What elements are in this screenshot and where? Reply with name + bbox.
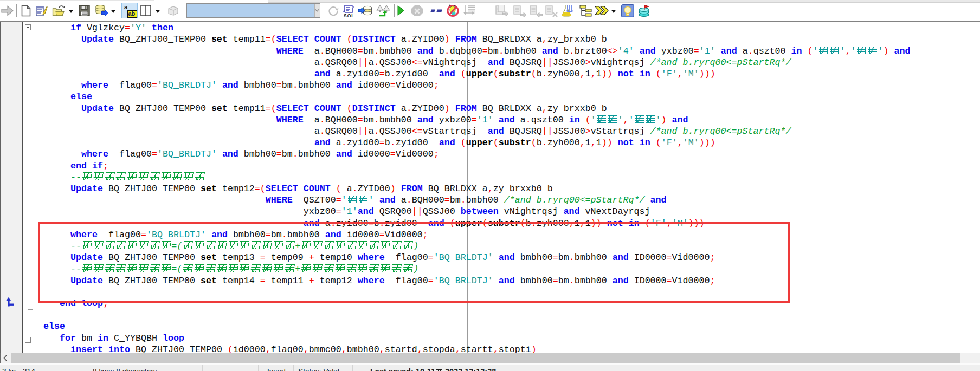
svg-text:SQL: SQL — [344, 13, 354, 18]
